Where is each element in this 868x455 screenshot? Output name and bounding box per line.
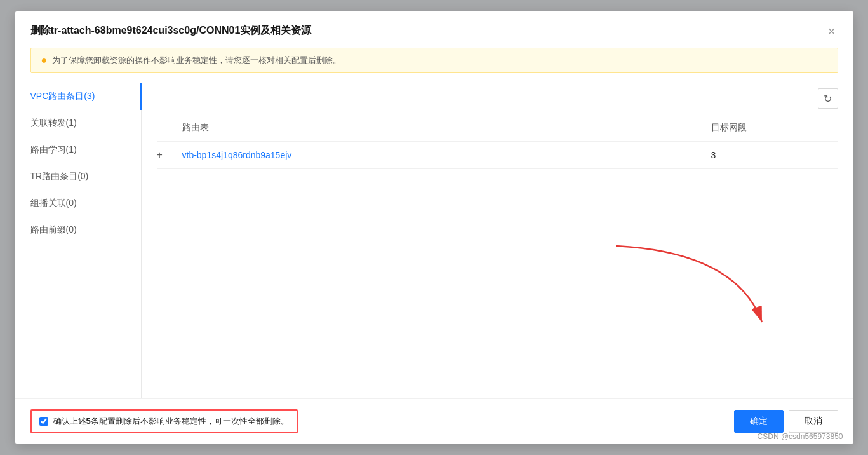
- table: 路由表 目标网段 + vtb-bp1s4j1q86rdnb9a15ejv 3: [157, 114, 838, 169]
- cancel-button[interactable]: 取消: [789, 410, 838, 433]
- confirm-prefix: 确认上述: [53, 416, 86, 426]
- sidebar-item-vpc-routes[interactable]: VPC路由条目(3): [30, 83, 142, 110]
- col-target-header: 目标网段: [711, 122, 838, 133]
- modal-title: 删除tr-attach-68bme9t624cui3sc0g/CONN01实例及…: [30, 24, 312, 37]
- warning-icon: ●: [41, 55, 48, 66]
- close-button[interactable]: ×: [825, 25, 838, 37]
- sidebar-item-tr-routes[interactable]: TR路由条目(0): [30, 163, 141, 190]
- col-route-table-header: 路由表: [182, 122, 711, 133]
- confirm-suffix: 条配置删除后不影响业务稳定性，可一次性全部删除。: [91, 416, 289, 426]
- watermark: CSDN @csdn565973850: [758, 432, 843, 441]
- sidebar-item-multicast[interactable]: 组播关联(0): [30, 190, 141, 217]
- route-table-cell: vtb-bp1s4j1q86rdnb9a15ejv: [182, 150, 711, 160]
- table-header: 路由表 目标网段: [157, 114, 838, 142]
- modal-body: VPC路由条目(3) 关联转发(1) 路由学习(1) TR路由条目(0) 组播关…: [15, 83, 853, 398]
- sidebar: VPC路由条目(3) 关联转发(1) 路由学习(1) TR路由条目(0) 组播关…: [30, 83, 142, 398]
- confirm-text: 确认上述5条配置删除后不影响业务稳定性，可一次性全部删除。: [53, 416, 289, 427]
- modal-footer: 确认上述5条配置删除后不影响业务稳定性，可一次性全部删除。 确定 取消: [15, 398, 853, 444]
- route-table-link[interactable]: vtb-bp1s4j1q86rdnb9a15ejv: [182, 150, 292, 160]
- content-header: ↻: [157, 83, 838, 114]
- warning-text: 为了保障您卸载资源的操作不影响业务稳定性，请您逐一核对相关配置后删除。: [52, 55, 341, 66]
- refresh-icon: ↻: [824, 93, 832, 105]
- sidebar-item-route-prefix[interactable]: 路由前缀(0): [30, 217, 141, 243]
- expand-icon: +: [157, 149, 163, 160]
- warning-banner: ● 为了保障您卸载资源的操作不影响业务稳定性，请您逐一核对相关配置后删除。: [30, 48, 838, 73]
- sidebar-item-assoc-forward[interactable]: 关联转发(1): [30, 110, 141, 137]
- delete-modal: 删除tr-attach-68bme9t624cui3sc0g/CONN01实例及…: [15, 11, 853, 444]
- table-row: + vtb-bp1s4j1q86rdnb9a15ejv 3: [157, 142, 838, 169]
- red-arrow-annotation: [597, 240, 775, 341]
- ok-button[interactable]: 确定: [734, 410, 784, 433]
- modal-header: 删除tr-attach-68bme9t624cui3sc0g/CONN01实例及…: [15, 11, 853, 48]
- refresh-button[interactable]: ↻: [818, 88, 838, 109]
- confirm-count: 5: [86, 416, 91, 426]
- col-expand-header: [157, 122, 182, 133]
- button-group: 确定 取消: [734, 410, 838, 433]
- target-cell: 3: [711, 150, 838, 160]
- content-area: ↻ 路由表 目标网段 + vtb-bp1s4j1q86rdnb9a1: [142, 83, 838, 398]
- confirm-checkbox[interactable]: [39, 417, 48, 426]
- expand-cell[interactable]: +: [157, 149, 182, 161]
- sidebar-item-route-learning[interactable]: 路由学习(1): [30, 137, 141, 163]
- confirm-section: 确认上述5条配置删除后不影响业务稳定性，可一次性全部删除。: [30, 409, 298, 433]
